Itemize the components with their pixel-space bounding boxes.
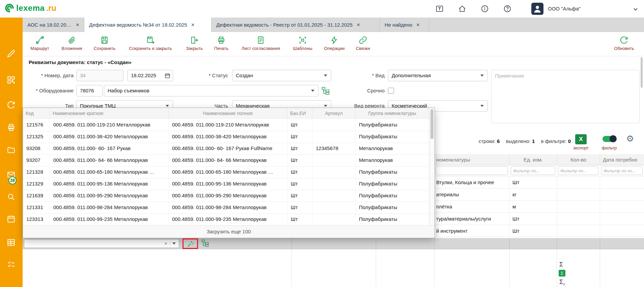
sidebar: 28 bbox=[0, 18, 23, 287]
link-icon bbox=[359, 36, 367, 45]
operations-button[interactable]: Операции bbox=[324, 36, 345, 51]
urgent-checkbox[interactable] bbox=[388, 88, 394, 94]
chevron-down-icon bbox=[172, 242, 176, 245]
grid-row[interactable]: тура/материалы/услуги Шт bbox=[434, 213, 644, 225]
vid-label: * Вид bbox=[327, 70, 385, 81]
filter-input-nomenclature[interactable] bbox=[436, 166, 508, 175]
table-edit-icon[interactable] bbox=[7, 238, 16, 247]
popup-row[interactable]: 121331000.4859. 011.000-98-284 Металлору… bbox=[23, 202, 429, 214]
grid-tree-button[interactable] bbox=[201, 239, 210, 248]
popup-row[interactable]: 121639000.4859. 011.000-95-290 Металлору… bbox=[23, 190, 429, 202]
column-header-unit[interactable]: Ед. изм. bbox=[509, 154, 557, 165]
refresh-button[interactable]: Обновить bbox=[614, 36, 634, 51]
edit-icon[interactable] bbox=[7, 49, 16, 58]
tab-bar: АОС на 18.02.2025 × Дефектная ведомость … bbox=[23, 18, 644, 32]
tab-aos[interactable]: АОС на 18.02.2025 × bbox=[23, 18, 84, 32]
attachments-button[interactable]: Вложения bbox=[62, 36, 82, 51]
equipment-select[interactable]: Набор съемников bbox=[104, 85, 318, 96]
popup-column-article[interactable]: Артикул bbox=[312, 108, 356, 119]
note-textarea[interactable]: Примечание bbox=[491, 70, 640, 123]
magic-wand-icon bbox=[186, 240, 194, 248]
popup-row[interactable]: 121325000.4859. 011.000-38-420 Металлору… bbox=[23, 131, 429, 143]
popup-column-full-name[interactable]: Наименование полное bbox=[169, 108, 287, 119]
filter-input-unit[interactable]: Фильтр по... bbox=[511, 166, 555, 175]
chevron-down-icon bbox=[324, 75, 327, 77]
column-header-qty[interactable]: Кол-во bbox=[557, 154, 600, 165]
tab-defect-sheet[interactable]: Дефектная ведомость №34 от 18.02.2025 × bbox=[84, 18, 212, 32]
tab-label: Не найдено bbox=[385, 22, 412, 28]
chevron-down-icon[interactable] bbox=[632, 5, 640, 14]
grid-row[interactable]: Втулки, Кольца и прочее Шт bbox=[434, 176, 644, 189]
route-button[interactable]: Маршрут bbox=[30, 36, 49, 51]
tab-not-found[interactable]: Не найдено × bbox=[380, 18, 429, 32]
sync-icon[interactable] bbox=[7, 101, 16, 109]
popup-row[interactable]: 121328000.4859. 011.000-65-180 Металлору… bbox=[23, 166, 429, 178]
popup-row[interactable]: 121576000.4859. 011.000-119-210 Металлор… bbox=[23, 119, 429, 131]
column-header-nomenclature[interactable]: номенклатуры bbox=[434, 154, 509, 165]
column-header-date[interactable]: Дата потребно bbox=[600, 154, 644, 165]
checklist-icon[interactable] bbox=[7, 260, 16, 269]
popup-row[interactable]: 121329000.4859. 011.000-95-136 Металлору… bbox=[23, 178, 429, 190]
folder-icon[interactable] bbox=[7, 146, 16, 154]
approval-sheet-button[interactable]: Лист согласования bbox=[242, 36, 280, 51]
scrollbar-thumb[interactable] bbox=[430, 109, 433, 139]
qr-code-icon[interactable] bbox=[7, 76, 16, 84]
popup-column-group[interactable]: Группа номенклатуры bbox=[356, 108, 429, 119]
home-icon[interactable] bbox=[458, 4, 467, 13]
popup-row[interactable]: 93207000.4859. 011.000- 64- 66 Металлору… bbox=[23, 154, 429, 167]
filter-input-qty[interactable]: Фильтр по... bbox=[558, 166, 598, 175]
excel-export-icon[interactable]: X bbox=[575, 134, 587, 144]
print-button[interactable]: Печать bbox=[214, 36, 229, 51]
status-select[interactable]: Создан bbox=[232, 70, 331, 81]
save-and-close-button[interactable]: Сохранить и закрыть bbox=[129, 36, 172, 51]
load-more-button[interactable]: Загрузить еще 100 bbox=[23, 225, 435, 237]
content-scrollbar[interactable] bbox=[641, 57, 643, 88]
close-button[interactable]: Закрыть bbox=[186, 36, 203, 51]
info-icon[interactable] bbox=[480, 4, 489, 13]
vid-select[interactable]: Дополнительная bbox=[388, 70, 488, 81]
help-icon[interactable] bbox=[503, 4, 512, 13]
save-button[interactable]: Сохранить bbox=[94, 36, 116, 51]
lexema-logo[interactable]: lexema.ru bbox=[4, 3, 56, 13]
templates-button[interactable]: Шаблоны bbox=[293, 36, 312, 51]
grid-row[interactable]: плётка м bbox=[434, 201, 644, 213]
sum-selected-button[interactable]: Σ bbox=[559, 270, 565, 277]
grid-line bbox=[434, 249, 435, 287]
filter-toggle[interactable] bbox=[603, 136, 616, 142]
close-icon[interactable]: × bbox=[191, 22, 195, 28]
user-avatar[interactable] bbox=[531, 3, 543, 15]
close-icon[interactable]: × bbox=[357, 22, 360, 28]
equipment-code-input[interactable]: 78076 bbox=[76, 85, 103, 96]
grid-filter-combobox[interactable]: × bbox=[24, 239, 179, 248]
popup-row[interactable]: 123313000.4859. 011.000-99-235 Металлору… bbox=[23, 213, 429, 226]
magic-wand-button[interactable] bbox=[186, 240, 195, 249]
tab-defect-registry[interactable]: Дефектная ведомость - Реестр от 01.01.20… bbox=[212, 18, 380, 32]
filter-input-date[interactable]: Фильтр по ко... bbox=[601, 166, 643, 175]
search-icon[interactable] bbox=[7, 193, 16, 201]
calendar-icon[interactable] bbox=[7, 214, 16, 223]
clear-icon[interactable]: × bbox=[164, 240, 167, 247]
close-icon[interactable]: × bbox=[416, 22, 420, 28]
company-name[interactable]: ООО "Альфа" bbox=[548, 6, 581, 11]
terminal-icon[interactable] bbox=[435, 4, 444, 13]
number-input[interactable]: 34 bbox=[76, 70, 123, 81]
date-input[interactable]: 18.02.2025 bbox=[127, 70, 173, 81]
gear-icon[interactable]: ⚙ bbox=[626, 134, 634, 144]
sum-total-button[interactable]: Σт bbox=[559, 279, 565, 286]
close-icon[interactable]: × bbox=[76, 22, 79, 28]
grid-line bbox=[557, 249, 557, 287]
popup-column-code[interactable]: Код bbox=[23, 108, 50, 119]
links-button[interactable]: Связки bbox=[356, 36, 370, 51]
calendar-icon[interactable] bbox=[165, 73, 170, 79]
tab-label: АОС на 18.02.2025 bbox=[27, 22, 72, 28]
grid-header-row: номенклатуры Ед. изм. Кол-во Дата потреб… bbox=[434, 154, 644, 165]
sum-button[interactable]: Σ bbox=[559, 261, 563, 268]
printer-icon[interactable] bbox=[7, 123, 16, 132]
popup-scrollbar[interactable] bbox=[429, 108, 435, 225]
popup-column-base-unit[interactable]: Баз.ЕИ bbox=[287, 108, 312, 119]
grid-row[interactable]: й инструмент Шт bbox=[434, 225, 644, 237]
popup-row[interactable]: 93208000.4859. 011.000- 60- 167 Рукав000… bbox=[23, 143, 429, 155]
popup-column-short-name[interactable]: Наименование краткое bbox=[50, 108, 169, 119]
paperclip-icon bbox=[67, 36, 76, 45]
grid-row[interactable]: атериалы кг bbox=[434, 189, 644, 201]
